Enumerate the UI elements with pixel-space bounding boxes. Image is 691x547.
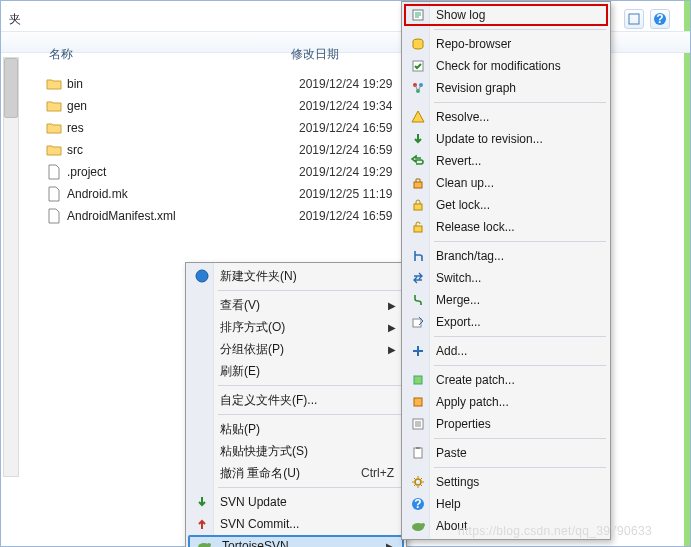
- menu-label: About: [436, 519, 467, 533]
- file-date: 2019/12/24 16:59: [299, 143, 392, 157]
- svg-rect-20: [414, 448, 422, 458]
- file-icon: [45, 186, 63, 202]
- menu-paste[interactable]: 粘贴(P): [188, 418, 404, 440]
- svg-point-26: [421, 523, 425, 527]
- menu-view[interactable]: 查看(V)▶: [188, 294, 404, 316]
- toolbar-button-1[interactable]: [624, 9, 644, 29]
- file-date: 2019/12/24 19:29: [299, 165, 392, 179]
- menu-svn-commit[interactable]: SVN Commit...: [188, 513, 404, 535]
- file-date: 2019/12/24 16:59: [299, 121, 392, 135]
- menu-about[interactable]: About: [404, 515, 608, 537]
- menu-custom-folder[interactable]: 自定义文件夹(F)...: [188, 389, 404, 411]
- menu-show-log[interactable]: Show log: [404, 4, 608, 26]
- svg-rect-17: [414, 376, 422, 384]
- properties-icon: [409, 415, 427, 433]
- menu-get-lock[interactable]: Get lock...: [404, 194, 608, 216]
- menu-svn-update[interactable]: SVN Update: [188, 491, 404, 513]
- cleanup-icon: [409, 174, 427, 192]
- menu-label: Create patch...: [436, 373, 515, 387]
- menu-add[interactable]: Add...: [404, 340, 608, 362]
- menu-paste-shortcut[interactable]: 粘贴快捷方式(S): [188, 440, 404, 462]
- svg-rect-18: [414, 398, 422, 406]
- menu-refresh[interactable]: 刷新(E): [188, 360, 404, 382]
- globe-icon: [193, 267, 211, 285]
- menu-label: 刷新(E): [220, 363, 260, 380]
- tortoise-submenu: Show log Repo-browser Check for modifica…: [401, 1, 611, 540]
- file-date: 2019/12/24 19:29: [299, 77, 392, 91]
- menu-label: Switch...: [436, 271, 481, 285]
- folder-icon: [45, 142, 63, 158]
- submenu-arrow-icon: ▶: [388, 344, 396, 355]
- menu-merge[interactable]: Merge...: [404, 289, 608, 311]
- menu-update-rev[interactable]: Update to revision...: [404, 128, 608, 150]
- svg-point-6: [207, 543, 211, 547]
- menu-label: 分组依据(P): [220, 341, 284, 358]
- svg-rect-21: [416, 447, 420, 449]
- menu-label: Help: [436, 497, 461, 511]
- menu-create-patch[interactable]: Create patch...: [404, 369, 608, 391]
- file-date: 2019/12/25 11:19: [299, 187, 392, 201]
- branch-icon: [409, 247, 427, 265]
- menu-sort[interactable]: 排序方式(O)▶: [188, 316, 404, 338]
- svg-text:?: ?: [656, 12, 663, 26]
- menu-tortoise-svn[interactable]: TortoiseSVN▶: [188, 535, 404, 547]
- menu-undo-rename[interactable]: 撤消 重命名(U)Ctrl+Z: [188, 462, 404, 484]
- file-name: src: [67, 143, 299, 157]
- left-scrollbar[interactable]: [3, 57, 19, 477]
- menu-label: 排序方式(O): [220, 319, 285, 336]
- decorative-band: [684, 1, 690, 546]
- menu-branch-tag[interactable]: Branch/tag...: [404, 245, 608, 267]
- folder-icon: [45, 76, 63, 92]
- menu-label: Export...: [436, 315, 481, 329]
- menu-separator: [434, 438, 606, 439]
- svg-rect-14: [414, 204, 422, 210]
- menu-label: 新建文件夹(N): [220, 268, 297, 285]
- menu-help[interactable]: ?Help: [404, 493, 608, 515]
- menu-release-lock[interactable]: Release lock...: [404, 216, 608, 238]
- file-date: 2019/12/24 16:59: [299, 209, 392, 223]
- revert-icon: [409, 152, 427, 170]
- submenu-arrow-icon: ▶: [388, 322, 396, 333]
- menu-new-folder[interactable]: 新建文件夹(N): [188, 265, 404, 287]
- scrollbar-thumb[interactable]: [4, 58, 18, 118]
- submenu-arrow-icon: ▶: [388, 300, 396, 311]
- menu-switch[interactable]: Switch...: [404, 267, 608, 289]
- menu-separator: [434, 241, 606, 242]
- menu-repo-browser[interactable]: Repo-browser: [404, 33, 608, 55]
- menu-settings[interactable]: Settings: [404, 471, 608, 493]
- menu-paste2[interactable]: Paste: [404, 442, 608, 464]
- menu-apply-patch[interactable]: Apply patch...: [404, 391, 608, 413]
- switch-icon: [409, 269, 427, 287]
- menu-resolve[interactable]: Resolve...: [404, 106, 608, 128]
- svg-point-22: [415, 479, 421, 485]
- menu-label: Repo-browser: [436, 37, 511, 51]
- menu-separator: [434, 467, 606, 468]
- create-patch-icon: [409, 371, 427, 389]
- tortoise-icon: [195, 537, 213, 547]
- menu-label: TortoiseSVN: [222, 539, 289, 547]
- menu-label: Resolve...: [436, 110, 489, 124]
- menu-export[interactable]: Export...: [404, 311, 608, 333]
- export-icon: [409, 313, 427, 331]
- menu-separator: [434, 29, 606, 30]
- explorer-window: ? 夹 名称 修改日期 bin2019/12/24 19:29 gen2019/…: [0, 0, 691, 547]
- menu-properties[interactable]: Properties: [404, 413, 608, 435]
- file-name: bin: [67, 77, 299, 91]
- menu-label: Check for modifications: [436, 59, 561, 73]
- graph-icon: [409, 79, 427, 97]
- help-icon: ?: [409, 495, 427, 513]
- svn-commit-icon: [193, 515, 211, 533]
- menu-label: Settings: [436, 475, 479, 489]
- menu-group[interactable]: 分组依据(P)▶: [188, 338, 404, 360]
- menu-label: Update to revision...: [436, 132, 543, 146]
- menu-revert[interactable]: Revert...: [404, 150, 608, 172]
- menu-label: Paste: [436, 446, 467, 460]
- toolbar: ?: [624, 9, 670, 29]
- menu-rev-graph[interactable]: Revision graph: [404, 77, 608, 99]
- file-name: AndroidManifest.xml: [67, 209, 299, 223]
- menu-label: SVN Commit...: [220, 517, 299, 531]
- menu-check-mods[interactable]: Check for modifications: [404, 55, 608, 77]
- help-button[interactable]: ?: [650, 9, 670, 29]
- column-name[interactable]: 名称: [31, 46, 291, 63]
- menu-cleanup[interactable]: Clean up...: [404, 172, 608, 194]
